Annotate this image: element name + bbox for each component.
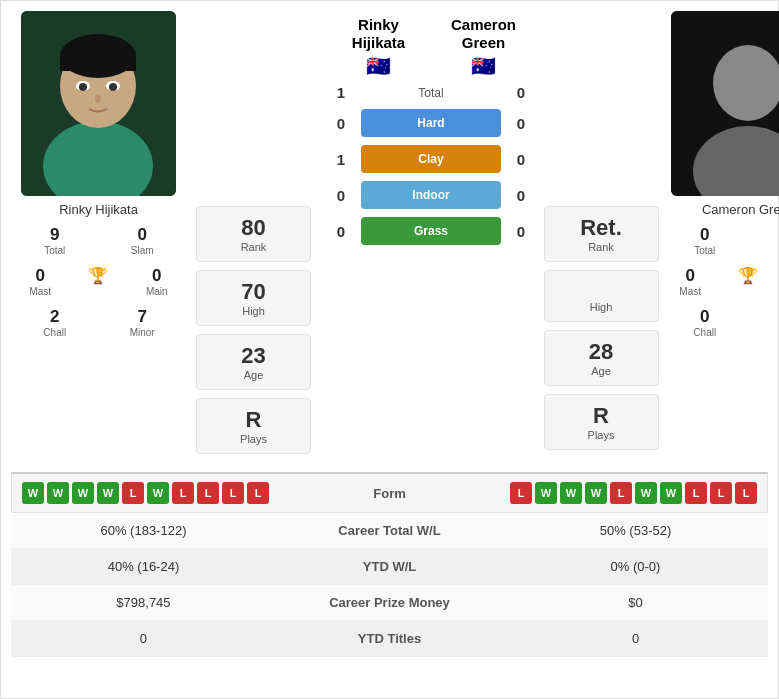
form-badge-right: L [710,482,732,504]
form-badge-right: W [660,482,682,504]
left-age-value: 23 [201,343,306,369]
stat-left: 40% (16-24) [11,549,276,585]
table-row: 60% (183-122) Career Total W/L 50% (53-5… [11,513,768,549]
clay-btn: Clay [361,145,501,173]
player-left-main: 0 Main [132,266,182,297]
player-left-chall: 2 Chall [30,307,80,338]
left-player-title: Rinky Hijikata 🇦🇺 [326,16,431,78]
player-left-photo [21,11,176,196]
form-badge-left: W [22,482,44,504]
form-badge-left: L [247,482,269,504]
form-section: WWWWLWLLLL Form LWWWLWWLLL [11,472,768,513]
left-rank-value: 80 [201,215,306,241]
grass-left: 0 [326,223,356,240]
total-right: 0 [506,84,536,101]
stat-left: 0 [11,621,276,657]
right-rank-label: Rank [549,241,654,253]
right-high-box: High [544,270,659,322]
right-rank-box: Ret. Rank [544,206,659,262]
right-rank-value: Ret. [549,215,654,241]
player-left-mast: 0 Mast [15,266,65,297]
player-right-chall: 0 Chall [680,307,730,338]
player-left-minor: 7 Minor [117,307,167,338]
player-left-stats: 9 Total 0 Slam 0 Mast 🏆 [11,221,186,342]
player-right-stats: 0 Total 0 Slam 0 Mast 🏆 [661,221,779,342]
player-right-photo [671,11,779,196]
indoor-row: 0 Indoor 0 [326,181,536,209]
left-age-box: 23 Age [196,334,311,390]
grass-right: 0 [506,223,536,240]
form-badge-left: L [222,482,244,504]
indoor-btn: Indoor [361,181,501,209]
form-badge-right: L [510,482,532,504]
stats-table: 60% (183-122) Career Total W/L 50% (53-5… [11,513,768,657]
form-badge-right: L [610,482,632,504]
left-middle-panel: 80 Rank 70 High 23 Age R Plays [186,11,321,462]
form-badge-right: W [535,482,557,504]
form-badge-left: W [47,482,69,504]
left-high-value: 70 [201,279,306,305]
left-high-box: 70 High [196,270,311,326]
indoor-left: 0 [326,187,356,204]
form-badge-right: W [585,482,607,504]
left-plays-label: Plays [201,433,306,445]
form-badge-left: L [197,482,219,504]
total-label: Total [356,86,506,100]
grass-btn: Grass [361,217,501,245]
player-right-name: Cameron Green [702,202,779,217]
left-plays-box: R Plays [196,398,311,454]
form-badge-right: L [735,482,757,504]
form-badge-right: L [685,482,707,504]
form-label: Form [340,486,440,501]
player-left-total: 9 Total [30,225,80,256]
form-badge-left: L [122,482,144,504]
left-plays-value: R [201,407,306,433]
stat-left: 60% (183-122) [11,513,276,549]
stat-center-label: YTD W/L [276,549,503,585]
total-left: 1 [326,84,356,101]
player-left: Rinky Hijikata 9 Total 0 Slam 0 [11,11,186,462]
clay-row: 1 Clay 0 [326,145,536,173]
hard-right: 0 [506,115,536,132]
stat-center-label: YTD Titles [276,621,503,657]
right-plays-value: R [549,403,654,429]
table-row: $798,745 Career Prize Money $0 [11,585,768,621]
right-high-label: High [549,301,654,313]
right-player-title: Cameron Green 🇦🇺 [431,16,536,78]
clay-right: 0 [506,151,536,168]
hard-left: 0 [326,115,356,132]
indoor-right: 0 [506,187,536,204]
form-badge-left: L [172,482,194,504]
player-right: Cameron Green 0 Total 0 Slam 0 Mast [661,11,779,462]
svg-point-7 [79,83,87,91]
right-middle-panel: Ret. Rank High 28 Age R Plays [541,11,661,462]
right-age-box: 28 Age [544,330,659,386]
table-row: 0 YTD Titles 0 [11,621,768,657]
right-plays-box: R Plays [544,394,659,450]
right-high-value [549,279,654,301]
top-section: Rinky Hijikata 9 Total 0 Slam 0 [11,11,768,462]
stat-center-label: Career Total W/L [276,513,503,549]
form-badge-right: W [635,482,657,504]
svg-point-8 [109,83,117,91]
player-right-total: 0 Total [680,225,730,256]
stat-right: 0 [503,621,768,657]
player-right-minor: 0 Minor [767,307,779,338]
player-left-name: Rinky Hijikata [59,202,138,217]
stat-right: $0 [503,585,768,621]
stat-left: $798,745 [11,585,276,621]
svg-rect-4 [60,56,136,71]
player-left-trophy: 🏆 [73,266,123,297]
clay-left: 1 [326,151,356,168]
left-rank-box: 80 Rank [196,206,311,262]
table-row: 40% (16-24) YTD W/L 0% (0-0) [11,549,768,585]
stat-center-label: Career Prize Money [276,585,503,621]
left-rank-label: Rank [201,241,306,253]
player-left-slam: 0 Slam [117,225,167,256]
form-badge-right: W [560,482,582,504]
right-age-value: 28 [549,339,654,365]
stat-right: 0% (0-0) [503,549,768,585]
form-badge-left: W [97,482,119,504]
main-card: Rinky Hijikata 9 Total 0 Slam 0 [0,0,779,699]
player-right-trophy: 🏆 [723,266,773,297]
